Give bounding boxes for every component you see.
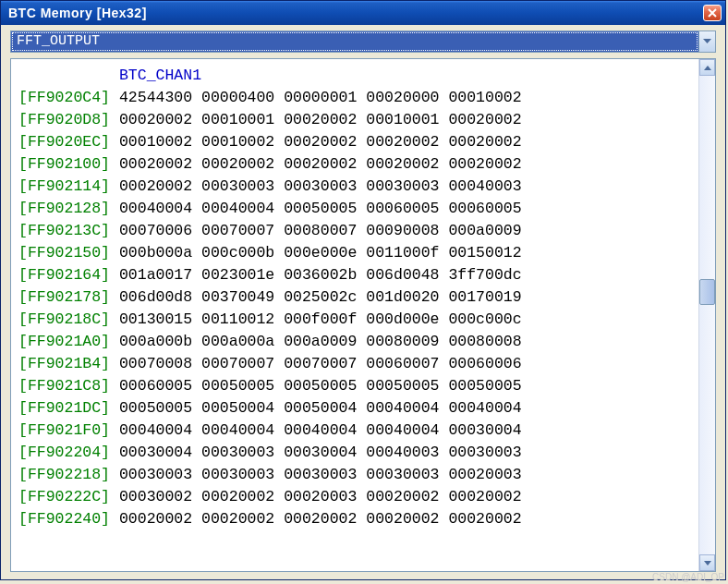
address-label: [FF902178] <box>18 288 110 306</box>
dropdown-value: FFT_OUTPUT <box>12 32 698 51</box>
chevron-down-icon <box>703 39 711 44</box>
hex-row: [FF902218] 00030003 00030003 00030003 00… <box>18 464 691 486</box>
close-icon <box>708 8 717 18</box>
hex-row: [FF9021DC] 00050005 00050004 00050004 00… <box>18 397 691 420</box>
scroll-down-button[interactable] <box>699 554 715 571</box>
hex-row: [FF902164] 001a0017 0023001e 0036002b 00… <box>18 264 691 286</box>
hex-row: [FF902178] 006d00d8 00370049 0025002c 00… <box>18 286 691 309</box>
hex-row: [FF90213C] 00070006 00070007 00080007 00… <box>18 220 691 242</box>
address-label: [FF9021DC] <box>18 399 110 417</box>
address-label: [FF90222C] <box>18 488 110 505</box>
address-label: [FF902240] <box>18 510 110 528</box>
hex-row: [FF9020D8] 00020002 00010001 00020002 00… <box>18 109 691 131</box>
hex-row: [FF9020C4] 42544300 00000400 00000001 00… <box>18 87 691 109</box>
address-label: [FF9021C8] <box>18 377 110 395</box>
address-label: [FF9021A0] <box>18 333 110 350</box>
hex-row: [FF9021B4] 00070008 00070007 00070007 00… <box>18 353 691 375</box>
window-title: BTC Memory [Hex32] <box>8 6 703 20</box>
address-label: [FF90213C] <box>18 222 110 239</box>
address-label: [FF902114] <box>18 177 110 195</box>
address-label: [FF90218C] <box>18 310 110 328</box>
scrollbar-track[interactable] <box>699 76 715 554</box>
address-label: [FF9021F0] <box>18 421 110 439</box>
channel-label: BTC_CHAN1 <box>119 67 201 84</box>
hex-row: [FF90218C] 00130015 00110012 000f000f 00… <box>18 309 691 331</box>
address-dropdown[interactable]: FFT_OUTPUT <box>10 30 716 53</box>
hex-row: [FF9021A0] 000a000b 000a000a 000a0009 00… <box>18 331 691 353</box>
watermark: CSDN @ADI_OP <box>652 572 724 582</box>
hex-row: [FF90222C] 00030002 00020002 00020003 00… <box>18 486 691 508</box>
address-selector-row: FFT_OUTPUT <box>1 25 725 56</box>
address-label: [FF9021B4] <box>18 355 110 372</box>
address-label: [FF902218] <box>18 466 110 483</box>
hex-content[interactable]: BTC_CHAN1[FF9020C4] 42544300 00000400 00… <box>11 59 698 571</box>
scroll-up-button[interactable] <box>699 59 715 76</box>
address-label: [FF902128] <box>18 200 110 217</box>
titlebar[interactable]: BTC Memory [Hex32] <box>1 1 725 25</box>
hex-row: [FF902150] 000b000a 000c000b 000e000e 00… <box>18 242 691 264</box>
address-label: [FF902100] <box>18 155 110 173</box>
hex-row: [FF902240] 00020002 00020002 00020002 00… <box>18 508 691 530</box>
dropdown-arrow-button[interactable] <box>698 31 715 52</box>
hex-viewer: BTC_CHAN1[FF9020C4] 42544300 00000400 00… <box>10 58 716 572</box>
chevron-up-icon <box>704 66 711 70</box>
hex-row: [FF902100] 00020002 00020002 00020002 00… <box>18 153 691 176</box>
address-label: [FF902164] <box>18 266 110 284</box>
address-label: [FF9020EC] <box>18 133 110 151</box>
address-label: [FF902150] <box>18 244 110 262</box>
hex-row: [FF902204] 00030004 00030003 00030004 00… <box>18 442 691 464</box>
hex-row: [FF9021C8] 00060005 00050005 00050005 00… <box>18 375 691 397</box>
scrollbar-thumb[interactable] <box>699 279 715 305</box>
hex-row: [FF9021F0] 00040004 00040004 00040004 00… <box>18 420 691 442</box>
hex-row: [FF902128] 00040004 00040004 00050005 00… <box>18 198 691 220</box>
close-button[interactable] <box>703 5 722 21</box>
chevron-down-icon <box>704 561 711 566</box>
memory-window: BTC Memory [Hex32] FFT_OUTPUT BTC_CHAN1[… <box>0 0 726 580</box>
address-label: [FF9020C4] <box>18 89 110 106</box>
address-label: [FF9020D8] <box>18 111 110 128</box>
hex-row: [FF9020EC] 00010002 00010002 00020002 00… <box>18 131 691 153</box>
vertical-scrollbar[interactable] <box>698 59 715 571</box>
hex-row: [FF902114] 00020002 00030003 00030003 00… <box>18 176 691 198</box>
address-label: [FF902204] <box>18 444 110 461</box>
